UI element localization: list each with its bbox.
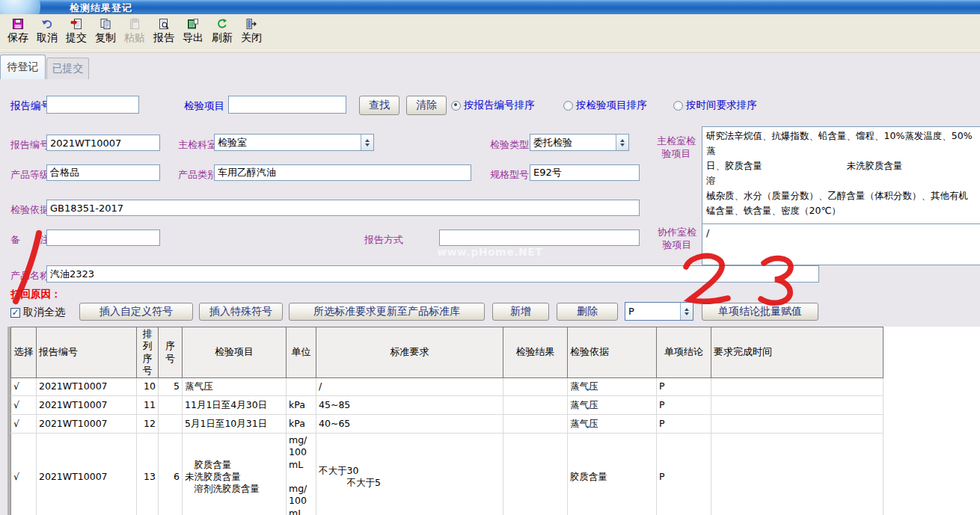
cell-conclusion: P xyxy=(657,396,711,415)
inspection-type-combo[interactable]: 委托检验 xyxy=(530,134,629,151)
toolbar-button-label: 粘贴 xyxy=(124,30,145,45)
column-header-unit[interactable]: 单位 xyxy=(287,327,316,378)
product-name-input[interactable] xyxy=(46,265,819,283)
cell-report-no: 2021WT10007 xyxy=(37,434,137,515)
spec-model-label: 规格型号 xyxy=(490,168,529,182)
report-no-input[interactable] xyxy=(46,135,160,151)
remark-input[interactable] xyxy=(46,229,160,246)
radio-label: 按检验项目排序 xyxy=(576,99,647,112)
column-header-item[interactable]: 检验项目 xyxy=(183,327,287,378)
report-method-label: 报告方式 xyxy=(364,233,403,247)
inspection-basis-input[interactable] xyxy=(46,200,640,216)
table-row[interactable]: √2021WT100071111月1日至4月30日kPa45~85蒸气压P xyxy=(11,396,883,415)
toolbar-button-label: 取消 xyxy=(37,30,58,45)
table-row[interactable]: √2021WT10007105蒸气压/蒸气压P xyxy=(11,378,883,396)
main-lab-items-label: 主检室检验项目 xyxy=(653,135,699,161)
report-icon xyxy=(157,17,171,30)
cell-conclusion: P xyxy=(657,378,711,396)
cell-basis: 蒸气压 xyxy=(568,396,657,415)
column-header-standard[interactable]: 标准要求 xyxy=(316,327,503,378)
close-icon xyxy=(245,17,258,30)
column-header-seq-no[interactable]: 序号 xyxy=(159,327,183,378)
spinner-icon[interactable] xyxy=(616,135,628,150)
radio-label: 按报告编号排序 xyxy=(464,99,535,112)
radio-sort-by-report-no[interactable]: 按报告编号排序 xyxy=(451,99,535,112)
cell-standard: 不大于30 不大于5 xyxy=(316,434,503,515)
spec-model-input[interactable] xyxy=(530,164,640,181)
cell-seq-no: 5 xyxy=(159,378,183,396)
copy-icon xyxy=(99,17,112,30)
radio-sort-by-item[interactable]: 按检验项目排序 xyxy=(563,99,647,112)
cell-unit xyxy=(287,378,316,396)
toolbar-button-export[interactable]: 导出 xyxy=(180,17,206,45)
cell-due-time xyxy=(711,415,883,434)
inspection-type-label: 检验类型 xyxy=(490,138,529,152)
toolbar-button-report[interactable]: 报告 xyxy=(151,17,177,45)
results-table: 选择报告编号排列序号序号检验项目单位标准要求检验结果检验依据单项结论要求完成时间… xyxy=(10,327,883,515)
toolbar-button-save[interactable]: 保存 xyxy=(5,17,31,45)
report-method-input[interactable] xyxy=(439,229,640,246)
main-dept-combo[interactable]: 检验室 xyxy=(214,134,374,151)
conclusion-combo[interactable]: P xyxy=(625,302,693,321)
column-header-select[interactable]: 选择 xyxy=(11,327,37,378)
radio-button-icon[interactable] xyxy=(673,101,683,111)
batch-assign-button[interactable]: 单项结论批量赋值 xyxy=(702,303,818,321)
cell-select[interactable]: √ xyxy=(11,434,37,515)
insert-custom-symbol-button[interactable]: 插入自定义符号 xyxy=(79,303,193,321)
search-report-no-input[interactable] xyxy=(46,96,139,114)
toolbar-button-label: 提交 xyxy=(66,30,87,45)
toolbar-button-close[interactable]: 关闭 xyxy=(239,17,264,45)
cell-select[interactable]: √ xyxy=(11,396,37,415)
toolbar-button-cancel[interactable]: 取消 xyxy=(34,17,60,45)
cell-order-no: 11 xyxy=(137,396,159,415)
delete-button[interactable]: 删除 xyxy=(557,303,618,321)
cell-standard: / xyxy=(316,378,503,396)
cell-select[interactable]: √ xyxy=(11,378,37,396)
inspection-type-value: 委托检验 xyxy=(530,135,616,150)
clear-button[interactable]: 清除 xyxy=(406,96,447,115)
product-category-input[interactable] xyxy=(214,164,471,181)
cell-seq-no: 6 xyxy=(159,434,183,515)
update-standard-library-button[interactable]: 所选标准要求更新至产品标准库 xyxy=(289,303,485,321)
cell-report-no: 2021WT10007 xyxy=(37,396,137,415)
column-header-order-no[interactable]: 排列序号 xyxy=(137,327,159,378)
cell-select[interactable]: √ xyxy=(11,415,37,434)
tab-submitted[interactable]: 已提交 xyxy=(46,58,89,79)
radio-sort-by-time[interactable]: 按时间要求排序 xyxy=(673,99,757,112)
cell-seq-no xyxy=(159,415,183,434)
product-grade-input[interactable] xyxy=(46,164,160,181)
toolbar-button-copy[interactable]: 复制 xyxy=(93,17,118,45)
search-item-label: 检验项目 xyxy=(184,99,224,113)
coop-lab-items-box[interactable]: / xyxy=(702,223,980,265)
cell-report-no: 2021WT10007 xyxy=(37,378,137,396)
radio-button-icon[interactable] xyxy=(451,101,461,111)
watermark: www.pHome.NET xyxy=(437,246,542,258)
inspection-basis-label: 检验依据 xyxy=(10,203,49,217)
toolbar-button-refresh[interactable]: 刷新 xyxy=(209,17,235,45)
table-row[interactable]: √2021WT10007125月1日至10月31日kPa40~65蒸气压P xyxy=(11,415,883,434)
column-header-result[interactable]: 检验结果 xyxy=(503,327,568,378)
export-icon xyxy=(186,17,200,30)
column-header-basis[interactable]: 检验依据 xyxy=(568,327,657,378)
cell-item: 5月1日至10月31日 xyxy=(183,415,287,434)
cell-due-time xyxy=(711,434,883,515)
spinner-icon[interactable] xyxy=(680,303,693,320)
search-item-input[interactable] xyxy=(228,96,346,114)
find-button[interactable]: 查找 xyxy=(359,96,399,115)
undo-icon xyxy=(40,17,54,30)
radio-button-icon[interactable] xyxy=(563,101,573,111)
uncheck-all-checkbox[interactable] xyxy=(10,308,20,318)
add-button[interactable]: 新增 xyxy=(492,303,549,321)
column-header-report-no[interactable]: 报告编号 xyxy=(37,327,137,378)
column-header-due-time[interactable]: 要求完成时间 xyxy=(711,327,883,378)
table-row[interactable]: √2021WT10007136 胶质含量 未洗胶质含量 溶剂洗胶质含量mg/ 1… xyxy=(11,434,883,515)
column-header-conclusion[interactable]: 单项结论 xyxy=(657,327,711,378)
main-lab-items-box[interactable]: 研究法辛烷值、抗爆指数、铅含量、馏程、10%蒸发温度、50%蒸 日、胶质含量 未… xyxy=(702,126,980,224)
insert-special-symbol-button[interactable]: 插入特殊符号 xyxy=(199,303,283,321)
cell-conclusion: P xyxy=(657,434,711,515)
tab-pending[interactable]: 待登记 xyxy=(0,55,46,79)
cell-result xyxy=(503,415,568,434)
spinner-icon[interactable] xyxy=(361,135,373,150)
toolbar: 保存取消提交复制粘贴报告导出刷新关闭 xyxy=(0,14,980,53)
toolbar-button-submit[interactable]: 提交 xyxy=(64,17,89,45)
